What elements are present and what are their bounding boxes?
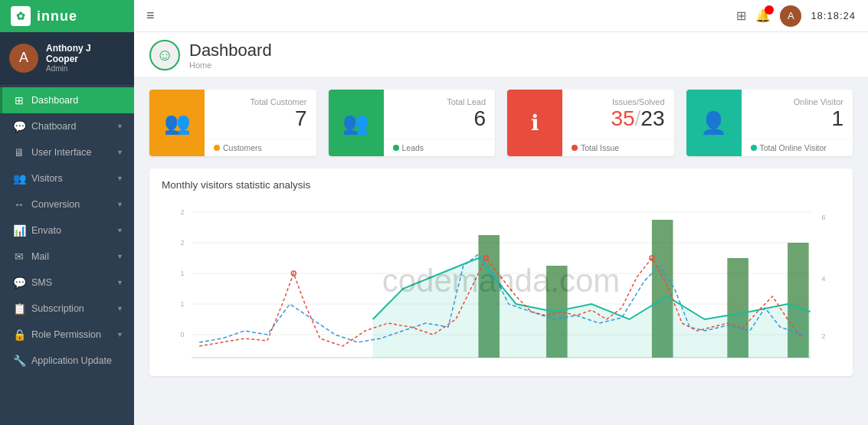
nav-label-chatboard: Chatboard: [31, 121, 76, 132]
nav-chevron-conversion: ▼: [116, 201, 123, 208]
chart-svg: 2 2 1 1 0 6 4 2: [162, 197, 840, 365]
nav-item-left: 💬 Chatboard: [13, 120, 76, 132]
stat-body-total-lead: Total Lead 6: [384, 90, 496, 139]
nav-icon-dashboard: ⊞: [13, 94, 25, 106]
stat-footer-label-total-customer: Customers: [223, 143, 262, 152]
nav-icon-conversion: ↔: [13, 198, 25, 211]
svg-text:6: 6: [821, 214, 825, 221]
sidebar-item-role-permission[interactable]: 🔒 Role Permission ▼: [0, 322, 134, 348]
stat-dot-online-visitor: [751, 145, 757, 151]
svg-text:1: 1: [181, 270, 185, 277]
hamburger-button[interactable]: ≡: [146, 8, 155, 24]
chart-area: codemanda.com 2 2 1 1 0 6: [162, 197, 840, 365]
nav-item-left: 🔒 Role Permission: [13, 329, 101, 341]
nav-chevron-envato: ▼: [116, 227, 123, 234]
nav-chevron-mail: ▼: [116, 253, 123, 260]
stat-card-online-visitor: 👤 Online Visitor 1 Total Online Visitor: [686, 90, 853, 156]
stat-icon-online-visitor: 👤: [686, 90, 742, 156]
stat-footer-label-issues-solved: Total Issue: [581, 143, 619, 152]
sidebar-item-chatboard[interactable]: 💬 Chatboard ▼: [0, 113, 134, 139]
svg-text:2: 2: [181, 239, 185, 247]
chart-title: Monthly visitors statistic analysis: [162, 179, 840, 191]
user-info: Anthony J Cooper Admin: [46, 43, 125, 73]
stat-footer-issues-solved: Total Issue: [562, 139, 674, 156]
sidebar-item-mail[interactable]: ✉ Mail ▼: [0, 244, 134, 270]
stat-value-issues-solved: 35/23: [572, 106, 665, 131]
nav-item-left: ⊞ Dashboard: [13, 94, 78, 106]
nav-label-envato: Envato: [31, 225, 61, 236]
nav-label-visitors: Visitors: [31, 173, 63, 184]
nav-item-left: 👥 Visitors: [13, 172, 63, 185]
stat-icon-total-lead: 👥: [329, 90, 384, 156]
stat-icon-total-customer: 👥: [149, 90, 205, 156]
stat-card-total-customer: 👥 Total Customer 7 Customers: [149, 90, 316, 156]
svg-text:4: 4: [821, 275, 825, 283]
stat-value-a: 35: [611, 106, 634, 130]
stat-icon-issues-solved: ℹ: [507, 90, 562, 156]
notification-badge: [765, 5, 774, 15]
notification-bell[interactable]: 🔔: [755, 8, 771, 23]
page-subtitle: Home: [189, 60, 272, 70]
sidebar-item-visitors[interactable]: 👥 Visitors ▼: [0, 165, 134, 191]
sidebar-nav: ⊞ Dashboard 💬 Chatboard ▼ 🖥 User Interfa…: [0, 84, 134, 425]
stat-label-issues-solved: Issues/Solved: [572, 97, 665, 106]
sidebar-item-conversion[interactable]: ↔ Conversion ▼: [0, 191, 134, 217]
stat-card-total-lead: 👥 Total Lead 6 Leads: [329, 90, 496, 156]
sidebar-item-application-update[interactable]: 🔧 Application Update: [0, 348, 134, 374]
nav-icon-application-update: 🔧: [13, 355, 25, 367]
stat-dot-issues-solved: [572, 145, 578, 151]
nav-chevron-visitors: ▼: [116, 175, 123, 182]
user-role: Admin: [46, 64, 125, 73]
stat-value-b: 23: [640, 106, 664, 130]
nav-item-left: 💬 SMS: [13, 276, 52, 289]
topbar-time: 18:18:24: [811, 10, 856, 21]
stat-body-online-visitor: Online Visitor 1: [742, 90, 853, 139]
nav-label-dashboard: Dashboard: [31, 95, 78, 106]
nav-item-left: 🔧 Application Update: [13, 355, 112, 367]
page-header: ☺ Dashboard Home: [134, 32, 868, 77]
svg-text:1: 1: [181, 300, 185, 308]
chart-section: Monthly visitors statistic analysis code…: [149, 168, 853, 376]
sidebar-item-dashboard[interactable]: ⊞ Dashboard: [0, 87, 134, 113]
avatar: A: [9, 44, 38, 73]
stat-label-total-customer: Total Customer: [214, 97, 307, 106]
user-name: Anthony J Cooper: [46, 43, 125, 64]
logo-text: innue: [37, 8, 77, 25]
stat-footer-label-total-lead: Leads: [402, 143, 424, 152]
nav-icon-user-interface: 🖥: [13, 146, 25, 159]
nav-chevron-user-interface: ▼: [116, 149, 123, 156]
stat-card-issues-solved: ℹ Issues/Solved 35/23 Total Issue: [507, 90, 674, 156]
stat-dot-total-lead: [393, 145, 399, 151]
apps-icon[interactable]: ⊞: [736, 8, 746, 23]
nav-item-left: 📊 Envato: [13, 224, 61, 237]
nav-label-sms: SMS: [31, 277, 52, 288]
stat-body-total-customer: Total Customer 7: [205, 90, 316, 139]
sidebar-logo: ✿ innue: [0, 0, 134, 32]
page-title: Dashboard: [189, 41, 272, 60]
stats-row: 👥 Total Customer 7 Customers 👥 Total Lea…: [134, 77, 868, 168]
nav-chevron-role-permission: ▼: [116, 331, 123, 338]
sidebar-item-subscription[interactable]: 📋 Subscription ▼: [0, 296, 134, 322]
nav-label-mail: Mail: [31, 251, 49, 262]
nav-chevron-chatboard: ▼: [116, 123, 123, 130]
svg-text:0: 0: [181, 331, 185, 338]
sidebar-user: A Anthony J Cooper Admin: [0, 32, 134, 84]
nav-item-left: ✉ Mail: [13, 250, 49, 263]
stat-footer-total-lead: Leads: [384, 139, 496, 156]
stat-value-online-visitor: 1: [751, 106, 844, 131]
nav-label-user-interface: User Interface: [31, 147, 92, 158]
stat-footer-total-customer: Customers: [205, 139, 316, 156]
nav-item-left: 🖥 User Interface: [13, 146, 92, 159]
topbar-avatar[interactable]: A: [780, 5, 801, 27]
nav-label-subscription: Subscription: [31, 303, 84, 314]
page-header-icon: ☺: [149, 40, 180, 70]
sidebar-item-sms[interactable]: 💬 SMS ▼: [0, 270, 134, 296]
sidebar-item-envato[interactable]: 📊 Envato ▼: [0, 217, 134, 244]
stat-value-total-lead: 6: [393, 106, 486, 131]
topbar-left: ≡: [146, 8, 155, 24]
nav-icon-envato: 📊: [13, 224, 25, 237]
stat-dot-total-customer: [214, 145, 220, 151]
logo-icon: ✿: [11, 6, 31, 26]
stat-label-online-visitor: Online Visitor: [751, 97, 844, 106]
sidebar-item-user-interface[interactable]: 🖥 User Interface ▼: [0, 139, 134, 165]
